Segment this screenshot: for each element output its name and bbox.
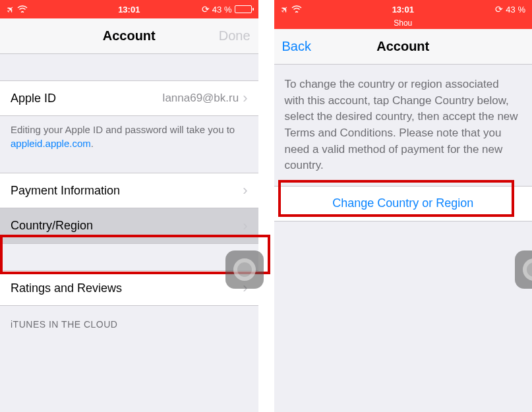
battery-pct: 43 % <box>212 5 232 15</box>
apple-id-label: Apple ID <box>11 92 56 105</box>
appleid-link[interactable]: appleid.apple.com <box>11 138 91 149</box>
status-bar: ✈ 13:01 ⟳ 43 % <box>274 0 533 18</box>
nav-bar: Account Done <box>0 18 258 54</box>
done-button[interactable]: Done <box>219 28 251 44</box>
assistive-touch-icon[interactable] <box>515 250 532 289</box>
status-right: ⟳ 43 % <box>202 4 252 15</box>
chevron-right-icon: › <box>243 219 247 233</box>
phone-left: ✈ 13:01 ⟳ 43 % Account Done Apple ID lan… <box>0 0 258 412</box>
battery-pct: 43 % <box>506 5 525 15</box>
country-region-row[interactable]: Country/Region › <box>0 208 258 244</box>
description-text: To change the country or region associat… <box>274 65 533 186</box>
status-time: 13:01 <box>392 5 414 15</box>
payment-info-row[interactable]: Payment Information › <box>0 173 258 208</box>
status-right: ⟳ 43 % <box>495 4 525 15</box>
spacer <box>0 54 258 80</box>
nav-bar: Back Account <box>274 29 533 65</box>
change-country-label: Change Country or Region <box>332 196 473 210</box>
nav-title: Account <box>103 28 156 44</box>
loading-icon: ⟳ <box>495 4 503 15</box>
wifi-icon <box>17 5 28 15</box>
apple-id-value: lanna69@bk.ru <box>163 92 239 105</box>
wifi-icon <box>291 5 302 15</box>
airplane-icon: ✈ <box>278 3 291 16</box>
nav-title: Account <box>376 39 429 54</box>
assistive-touch-icon[interactable] <box>225 250 264 289</box>
chevron-right-icon: › <box>243 183 247 198</box>
status-subtitle: Shou <box>274 18 533 29</box>
ratings-label: Ratings and Reviews <box>11 281 122 295</box>
phone-right: ✈ 13:01 ⟳ 43 % Shou Back Account To chan… <box>274 0 533 412</box>
status-time: 13:01 <box>118 5 140 15</box>
footer-text-after: . <box>91 138 94 149</box>
back-button[interactable]: Back <box>282 39 311 54</box>
ratings-reviews-row[interactable]: Ratings and Reviews › <box>0 270 258 306</box>
loading-icon: ⟳ <box>202 4 210 15</box>
chevron-right-icon: › <box>243 91 247 105</box>
change-country-button[interactable]: Change Country or Region <box>274 186 533 221</box>
status-left: ✈ <box>281 4 302 15</box>
apple-id-footer: Editing your Apple ID and password will … <box>0 116 258 161</box>
payment-label: Payment Information <box>11 184 120 198</box>
battery-icon <box>235 5 252 13</box>
airplane-icon: ✈ <box>4 3 17 16</box>
apple-id-row[interactable]: Apple ID lanna69@bk.ru › <box>0 80 258 116</box>
spacer <box>0 161 258 173</box>
status-left: ✈ <box>7 4 28 15</box>
spacer <box>0 244 258 270</box>
footer-text-before: Editing your Apple ID and password will … <box>11 124 235 135</box>
itunes-cloud-header: iTUNES IN THE CLOUD <box>0 306 258 335</box>
country-label: Country/Region <box>11 219 93 233</box>
status-bar: ✈ 13:01 ⟳ 43 % <box>0 0 258 18</box>
